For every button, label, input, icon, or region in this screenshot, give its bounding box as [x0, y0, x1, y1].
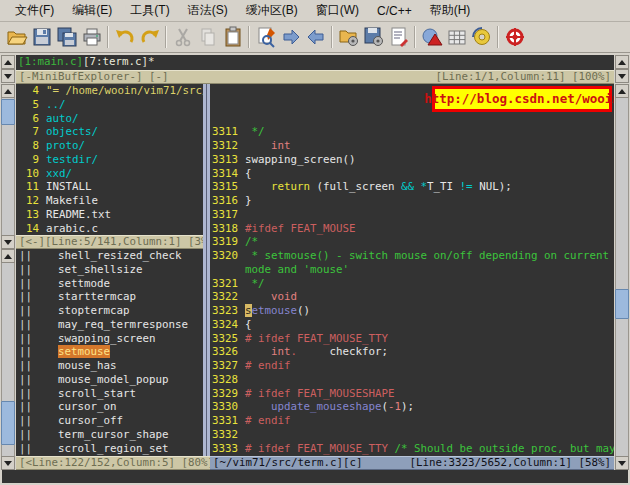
file-row[interactable]: 4"= /home/wooin/vim71/src/ — [19, 84, 203, 98]
save-session-icon[interactable] — [361, 25, 386, 50]
file-row[interactable]: 13README.txt — [19, 208, 203, 222]
code-line[interactable]: 3331# endif — [212, 414, 614, 428]
find-prev-icon[interactable] — [303, 25, 328, 50]
menu-item-1[interactable]: 编辑(E) — [63, 0, 121, 21]
tag-row[interactable]: || term_cursor_shape — [19, 428, 203, 442]
mbe-left-scroll-up-button[interactable] — [1, 55, 15, 69]
taglist-scroll-up-button[interactable] — [1, 249, 15, 263]
paste-icon[interactable] — [220, 25, 245, 50]
file-row[interactable]: 11INSTALL — [19, 180, 203, 194]
tag-row[interactable]: || shell_resized_check — [19, 249, 203, 263]
file-row[interactable]: 14arabic.c — [19, 222, 203, 236]
vim-command-line[interactable]: "term.c" 5652 lines --58%-- — [2, 470, 628, 483]
save-all-icon[interactable] — [54, 25, 79, 50]
file-row[interactable]: 12Makefile — [19, 194, 203, 208]
code-line[interactable]: 3328 — [212, 373, 614, 387]
mbe-left-scroll-down-button[interactable] — [1, 69, 15, 83]
code-scroll-up-button[interactable] — [615, 84, 629, 98]
tag-row[interactable]: || stoptermcap — [19, 304, 203, 318]
undo-icon[interactable] — [112, 25, 137, 50]
menu-item-4[interactable]: 缓冲区(B) — [237, 0, 307, 21]
menu-item-6[interactable]: C/C++ — [368, 2, 421, 20]
explorer-scroll-up-button[interactable] — [1, 84, 15, 98]
tag-row[interactable]: || mouse_has — [19, 359, 203, 373]
help-icon[interactable] — [502, 25, 527, 50]
explorer-scrollbar-thumb[interactable] — [1, 99, 15, 125]
mbe-right-scroll-up-button[interactable] — [615, 55, 629, 69]
code-line[interactable]: 3317 — [212, 208, 614, 222]
build-tags-icon[interactable] — [444, 25, 469, 50]
tag-row[interactable]: || mouse_model_popup — [19, 373, 203, 387]
code-line[interactable]: 3333# ifdef FEAT_MOUSE_TTY /* Should be … — [212, 442, 614, 456]
code-scrollbar-thumb[interactable] — [615, 289, 629, 319]
tag-row[interactable]: || scroll_region_set — [19, 442, 203, 456]
file-row[interactable]: 10xxd/ — [19, 167, 203, 181]
tag-row[interactable]: || settmode — [19, 277, 203, 291]
file-row[interactable]: 8proto/ — [19, 139, 203, 153]
tag-row[interactable]: || starttermcap — [19, 290, 203, 304]
code-line[interactable]: 3319/* — [212, 235, 614, 249]
code-line[interactable]: 3332 — [212, 428, 614, 442]
code-line[interactable]: 3324{ — [212, 318, 614, 332]
code-line[interactable]: 3320 * setmouse() - switch mouse on/off … — [212, 249, 614, 263]
taglist-pane[interactable]: || shell_resized_check|| set_shellsize||… — [16, 249, 203, 456]
code-line[interactable]: 3318#ifdef FEAT_MOUSE — [212, 222, 614, 236]
tag-row[interactable]: || set_shellsize — [19, 263, 203, 277]
tag-row[interactable]: || setmouse — [19, 345, 203, 359]
file-row[interactable]: 9testdir/ — [19, 153, 203, 167]
file-row[interactable]: 5../ — [19, 98, 203, 112]
taglist-scroll-down-button[interactable] — [1, 456, 15, 470]
menu-item-2[interactable]: 工具(T) — [121, 0, 178, 21]
tag-row[interactable]: || cursor_on — [19, 400, 203, 414]
code-line[interactable]: 3325# ifdef FEAT_MOUSE_TTY — [212, 332, 614, 346]
explorer-statusline[interactable]: [<-][Line:5/141,Column:1] [3%] — [16, 235, 203, 249]
file-row[interactable]: 6auto/ — [19, 112, 203, 126]
code-line[interactable]: 3312 int — [212, 139, 614, 153]
code-line[interactable]: 3323setmouse() — [212, 304, 614, 318]
menu-item-0[interactable]: 文件(F) — [6, 0, 63, 21]
find-replace-icon[interactable] — [253, 25, 278, 50]
code-line[interactable]: mode and 'mouse' — [212, 263, 614, 277]
tag-row[interactable]: || scroll_start — [19, 387, 203, 401]
tag-row[interactable]: || may_req_termresponse — [19, 318, 203, 332]
taglist-scrollbar-thumb[interactable] — [1, 401, 15, 445]
print-icon[interactable] — [79, 25, 104, 50]
code-line[interactable]: 3322 void — [212, 290, 614, 304]
file-row[interactable]: 7objects/ — [19, 125, 203, 139]
code-line[interactable]: 3326 int. checkfor; — [212, 345, 614, 359]
save-icon[interactable] — [29, 25, 54, 50]
redo-icon[interactable] — [137, 25, 162, 50]
code-line[interactable]: 3321 */ — [212, 277, 614, 291]
find-next-icon[interactable] — [278, 25, 303, 50]
minibufexplorer-bufferline[interactable]: [1:main.c][7:term.c]* — [16, 55, 614, 70]
code-line[interactable]: 3313swapping_screen() — [212, 153, 614, 167]
file-explorer-pane[interactable]: 4"= /home/wooin/vim71/src/5../6auto/7obj… — [16, 84, 203, 235]
menu-item-7[interactable]: 帮助(H) — [421, 0, 480, 21]
code-scroll-down-button[interactable] — [615, 456, 629, 470]
explorer-scroll-down-button[interactable] — [1, 235, 15, 249]
make-icon[interactable] — [419, 25, 444, 50]
buffer-tab-0[interactable]: [1:main.c] — [18, 55, 83, 68]
code-line[interactable]: 3316} — [212, 194, 614, 208]
code-line[interactable]: 3314{ — [212, 167, 614, 181]
tag-row[interactable]: || swapping_screen — [19, 332, 203, 346]
code-editor-pane[interactable]: http://blog.csdn.net/wooin 3311 */3312 i… — [210, 84, 614, 456]
menu-item-3[interactable]: 语法(S) — [179, 0, 237, 21]
minibufexplorer-statusline[interactable]: [-MiniBufExplorer-] [-] [Line:1/1,Column… — [16, 70, 614, 84]
mbe-right-scroll-down-button[interactable] — [615, 69, 629, 83]
taglist-statusline[interactable]: [<Line:122/152,Column:5] [80%] — [16, 456, 210, 470]
code-line[interactable]: 3330 update_mouseshape(-1); — [212, 400, 614, 414]
run-script-icon[interactable] — [386, 25, 411, 50]
tag-jump-icon[interactable] — [469, 25, 494, 50]
code-line[interactable]: 3327# endif — [212, 359, 614, 373]
vertical-split-separator[interactable] — [203, 84, 210, 456]
buffer-tab-1[interactable]: [7:term.c]* — [83, 55, 155, 68]
open-file-icon[interactable] — [4, 25, 29, 50]
code-line[interactable]: 3311 */ — [212, 125, 614, 139]
menu-item-5[interactable]: 窗口(W) — [307, 0, 368, 21]
tag-row[interactable]: || cursor_off — [19, 414, 203, 428]
code-line[interactable]: 3329# ifdef FEAT_MOUSESHAPE — [212, 387, 614, 401]
code-scrollbar[interactable] — [615, 84, 629, 470]
code-line[interactable]: 3315 return (full_screen && *T_TI != NUL… — [212, 180, 614, 194]
main-statusline[interactable]: [~/vim71/src/term.c][c] [Line:3323/5652,… — [210, 456, 614, 470]
